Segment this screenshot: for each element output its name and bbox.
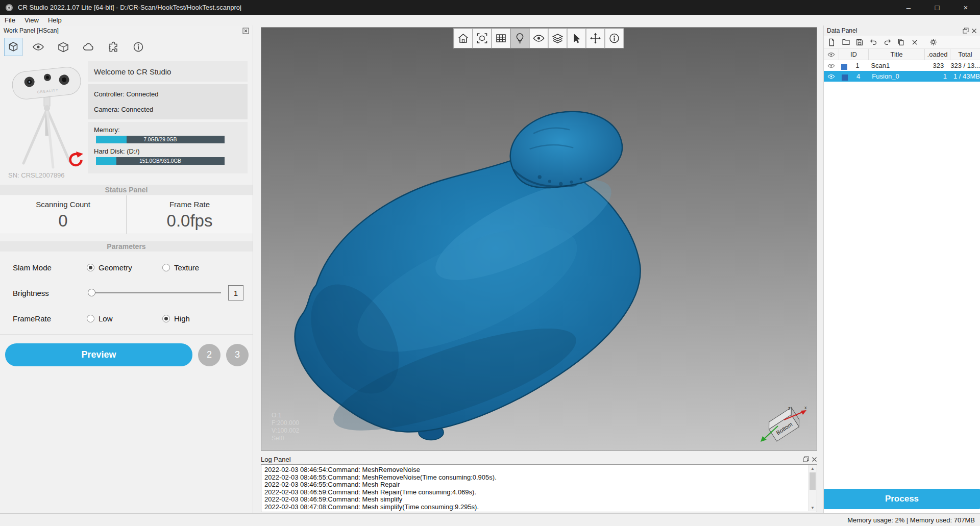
title-column-header[interactable]: Title bbox=[869, 49, 925, 60]
texture-radio[interactable] bbox=[162, 264, 170, 271]
preview-button[interactable]: Preview bbox=[5, 343, 192, 366]
info-tool-button[interactable] bbox=[129, 38, 148, 56]
eye-icon bbox=[533, 32, 545, 44]
save-button[interactable] bbox=[855, 38, 864, 47]
table-row-fusion0[interactable]: 4 Fusion_0 1 1 / 43MB bbox=[824, 71, 980, 82]
settings-button[interactable] bbox=[928, 38, 938, 47]
overlay-set: Set0 bbox=[272, 435, 299, 442]
framerate-high-option[interactable]: High bbox=[162, 314, 238, 323]
log-float-icon[interactable] bbox=[803, 456, 809, 462]
log-scrollbar-thumb[interactable] bbox=[810, 472, 816, 490]
copy-button[interactable] bbox=[896, 38, 905, 47]
viewport-info-button[interactable] bbox=[605, 28, 624, 48]
slam-geometry-option[interactable]: Geometry bbox=[87, 263, 162, 272]
memory-usage-text: Memory usage: 2% | Memory used: 707MB bbox=[847, 516, 975, 524]
overlay-v: V:100.002 bbox=[272, 427, 299, 435]
row-total-cell: 323 / 13... bbox=[946, 62, 980, 69]
data-panel-float-icon[interactable] bbox=[963, 28, 969, 34]
measure-button[interactable] bbox=[492, 28, 511, 48]
viewport-toolbar bbox=[454, 28, 624, 48]
scan-region-button[interactable] bbox=[473, 28, 492, 48]
frame-rate-value: 0.0fps bbox=[167, 211, 213, 231]
total-column-header[interactable]: Total bbox=[950, 49, 980, 60]
menu-help[interactable]: Help bbox=[43, 15, 66, 26]
orientation-gizmo[interactable]: Bottom z x bbox=[757, 405, 808, 445]
redo-icon bbox=[883, 38, 892, 46]
process-button[interactable]: Process bbox=[824, 489, 980, 509]
model-tool-button[interactable] bbox=[4, 38, 22, 56]
slam-texture-option[interactable]: Texture bbox=[162, 263, 238, 272]
brightness-row: Brightness 1 bbox=[0, 280, 253, 306]
package-tool-button[interactable] bbox=[54, 38, 72, 56]
scanned-mesh[interactable] bbox=[261, 28, 817, 450]
row-visibility-toggle[interactable] bbox=[824, 63, 839, 68]
menu-file[interactable]: File bbox=[0, 15, 20, 26]
low-radio[interactable] bbox=[87, 315, 94, 322]
grid-icon bbox=[495, 32, 507, 44]
minimize-button[interactable]: – bbox=[894, 0, 923, 15]
maximize-button[interactable]: □ bbox=[923, 0, 951, 15]
log-output[interactable]: 2022-02-03 08:46:54:Command: MeshRemoveN… bbox=[261, 464, 817, 512]
log-close-icon[interactable] bbox=[812, 457, 817, 462]
work-panel-close-icon[interactable] bbox=[242, 28, 249, 34]
open-project-button[interactable] bbox=[841, 38, 850, 47]
visibility-button[interactable] bbox=[529, 28, 549, 48]
undo-icon bbox=[869, 38, 878, 46]
plugin-tool-button[interactable] bbox=[104, 38, 122, 56]
eye-icon bbox=[32, 41, 44, 53]
data-panel-title: Data Panel bbox=[827, 27, 857, 34]
row-visibility-toggle[interactable] bbox=[824, 74, 839, 79]
brightness-slider-track[interactable] bbox=[88, 292, 221, 293]
scroll-up-icon[interactable]: ▲ bbox=[809, 465, 816, 472]
camera-status: Camera: Connected bbox=[94, 106, 241, 113]
close-button[interactable]: × bbox=[951, 0, 980, 15]
step-2-button[interactable]: 2 bbox=[198, 344, 220, 366]
step-3-button[interactable]: 3 bbox=[226, 344, 249, 366]
data-panel: Data Panel bbox=[823, 26, 980, 513]
delete-button[interactable] bbox=[910, 38, 919, 47]
framerate-low-option[interactable]: Low bbox=[87, 314, 162, 323]
3d-viewport[interactable]: O:1 F:200.000 V:100.002 Set0 Bottom bbox=[261, 27, 817, 451]
refresh-device-icon[interactable] bbox=[66, 151, 84, 168]
lightbulb-icon bbox=[514, 32, 526, 44]
light-toggle-button[interactable] bbox=[510, 28, 530, 48]
log-panel-title: Log Panel bbox=[261, 456, 291, 463]
scroll-down-icon[interactable]: ▼ bbox=[809, 505, 816, 511]
id-column-header[interactable]: ID bbox=[839, 49, 869, 60]
cloud-tool-button[interactable] bbox=[79, 38, 97, 56]
brightness-label: Brightness bbox=[13, 289, 87, 297]
scan-frame-icon bbox=[476, 32, 488, 44]
memory-label: Memory: bbox=[94, 126, 241, 134]
new-project-button[interactable] bbox=[827, 38, 837, 47]
titlebar: CR Studio 2022.1.07 Lite [64-bit] - D:/C… bbox=[0, 0, 980, 15]
move-button[interactable] bbox=[586, 28, 605, 48]
visibility-tool-button[interactable] bbox=[29, 38, 47, 56]
eye-icon bbox=[827, 63, 835, 68]
geometry-radio[interactable] bbox=[87, 264, 94, 271]
package-icon bbox=[57, 41, 69, 53]
table-row-scan1[interactable]: 1 Scan1 323 323 / 13... bbox=[824, 60, 980, 71]
menu-view[interactable]: View bbox=[20, 15, 43, 26]
device-serial-number: SN: CRSL2007896 bbox=[8, 171, 65, 179]
loaded-column-header[interactable]: .oaded bbox=[925, 49, 950, 60]
data-panel-close-icon[interactable] bbox=[971, 28, 977, 34]
window-title: CR Studio 2022.1.07 Lite [64-bit] - D:/C… bbox=[18, 4, 241, 11]
home-view-button[interactable] bbox=[454, 28, 473, 48]
select-button[interactable] bbox=[567, 28, 586, 48]
high-radio[interactable] bbox=[162, 315, 170, 322]
parameters-band: Parameters bbox=[0, 241, 253, 252]
status-bar: Memory usage: 2% | Memory used: 707MB bbox=[0, 513, 980, 526]
redo-button[interactable] bbox=[883, 38, 892, 47]
low-label: Low bbox=[99, 314, 113, 323]
brightness-slider[interactable] bbox=[87, 285, 224, 300]
brightness-slider-thumb[interactable] bbox=[88, 289, 95, 296]
layers-button[interactable] bbox=[548, 28, 568, 48]
undo-button[interactable] bbox=[869, 38, 878, 47]
visibility-column-header[interactable] bbox=[824, 49, 839, 60]
log-line: 2022-02-03 08:46:55:Command: Mesh Repair bbox=[264, 481, 806, 489]
puzzle-icon bbox=[107, 41, 119, 53]
gear-icon bbox=[929, 38, 938, 46]
status-panel-counts: Scanning Count 0 Frame Rate 0.0fps bbox=[0, 195, 253, 234]
status-panel-title: Status Panel bbox=[105, 186, 148, 194]
log-scrollbar[interactable]: ▲ ▼ bbox=[808, 465, 816, 511]
